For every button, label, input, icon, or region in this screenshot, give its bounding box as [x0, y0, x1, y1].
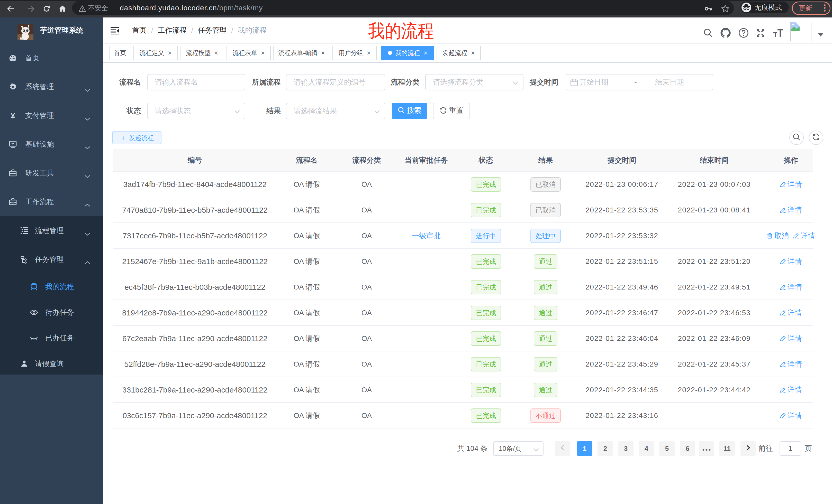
svg-text:¥: ¥	[11, 111, 15, 120]
